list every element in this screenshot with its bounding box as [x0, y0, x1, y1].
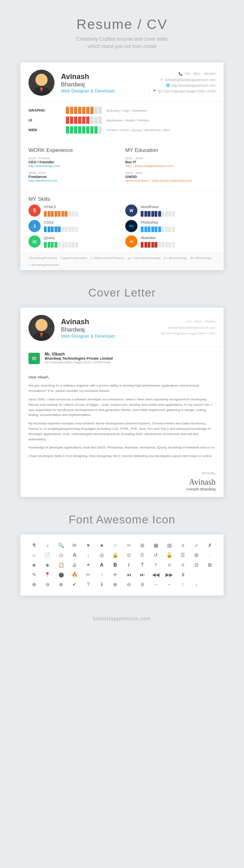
web-label: WEB: [28, 128, 61, 132]
icon-arrow-down: ↓: [191, 581, 202, 588]
icon-align-right: ≡: [177, 561, 188, 569]
resume-card: Avinash Bhardwaj Web Designer & Develope…: [20, 62, 224, 270]
cover-role: Web Designer & Developer: [61, 334, 161, 338]
icon-fast-fwd: ⏭: [137, 571, 148, 578]
icon-bars: ☰: [177, 552, 188, 559]
edu-item-0: 2011 - 2014 Bsc IT VBU - www.vinayakamis…: [125, 156, 216, 168]
to-details: Mr. Vikash Bhardwaj Technologies Private…: [45, 352, 113, 364]
icon-plus-c: ⊕: [28, 581, 39, 588]
icon-forward: ▶▶: [164, 571, 175, 578]
icon-check: ✓: [191, 542, 202, 549]
icon-heart: ♥: [83, 542, 94, 549]
icon-tag: ◈: [28, 561, 39, 569]
contact-block: 📞+91 - 9811 - 084343 ✉avinash@bootstrapp…: [152, 71, 216, 94]
ui-row: UI Application / Mobile / Website: [28, 116, 216, 124]
icon-print: 🖨: [69, 561, 80, 569]
cover-avatar: [28, 315, 54, 341]
icon-fire: 🔥: [69, 571, 80, 578]
jquery-bars: [44, 242, 78, 248]
icon-rewind: ◀◀: [150, 571, 161, 578]
photoshop-icon: Ps: [125, 220, 137, 232]
icon-text-i: I: [123, 561, 134, 569]
icon-text-b: B: [110, 561, 121, 569]
work-header: WORK Experience: [28, 147, 119, 153]
email-icon: ✉: [160, 77, 163, 83]
social-bootstrap: t / @BootstrapPremium: [91, 256, 124, 260]
my-skills-header: MY Skills: [20, 192, 224, 204]
font-awesome-title: Font Awesome Icon: [69, 513, 175, 526]
resume-header: Avinash Bhardwaj Web Designer & Develope…: [20, 62, 224, 102]
icon-up: ↑: [96, 571, 107, 578]
social-linkedin: in / @bhardwaj1: [163, 256, 187, 260]
wordpress-icon: W: [125, 204, 137, 217]
icon-edit: ✏: [83, 571, 94, 578]
education-header: MY Education: [125, 147, 216, 153]
graphic-label: GRAPHIC: [28, 108, 61, 112]
icon-dot: ·: [205, 552, 216, 559]
icon-star: ★: [96, 542, 107, 549]
social-footer: / BootstrapPremium f /gaytricorporation …: [20, 253, 224, 270]
graphic-row: GRAPHIC Branding / Logo / Illustration: [28, 107, 216, 114]
icon-empty3: [205, 581, 216, 588]
skills-overview: GRAPHIC Branding / Logo / Illustration U…: [20, 102, 224, 141]
edu-item-1: 2010 - 2011 GWDD Arena Animation - www.a…: [125, 171, 216, 182]
icon-star-empty: ☆: [110, 542, 121, 549]
icon-align-left: ≡: [164, 561, 175, 569]
web-row: WEB HTML5 / CSS3 / JQuery / WordPress / …: [28, 126, 216, 134]
ui-bar: [66, 116, 102, 124]
icon-table: ▦: [150, 542, 161, 549]
icon-plus-sq: ✛: [110, 571, 121, 578]
cover-letter-card: Avinash Bhardwaj Web Designer & Develope…: [20, 308, 224, 497]
icon-tags: ◈: [42, 561, 53, 569]
icon-times-c: ⊗: [56, 581, 67, 588]
icon-fast-back: ⏮: [123, 571, 134, 578]
graphic-desc: Branding / Logo / Illustration: [107, 109, 147, 112]
icon-col2: ⊠: [205, 561, 216, 569]
icon-ban: ⊘: [137, 581, 148, 588]
web-desc: HTML5 / CSS3 / JQuery / WordPress / SEO: [107, 128, 170, 132]
icon-circle-f: ⬤: [56, 571, 67, 578]
skill-photoshop: Ps Photoshop: [125, 220, 216, 232]
resume-name: Avinash: [61, 73, 152, 81]
education-col: MY Education 2011 - 2014 Bsc IT VBU - ww…: [125, 147, 216, 186]
icon-filter: ⚗: [28, 542, 39, 549]
icon-pause: ⏸: [177, 571, 188, 578]
css3-bars: [44, 226, 78, 232]
skill-jquery: jQ jQuery: [28, 235, 119, 248]
icon-menu: ≡: [177, 542, 188, 549]
html5-icon: 5: [28, 204, 41, 217]
icons-card: ⚗ ♪ 🔍 ✉ ♥ ★ ☆ ✂ ⊞ ▦ ▤ ≡ ✓ ✗ ⌂ 📄 ◷ A ↓ ◎ …: [20, 534, 224, 596]
skill-wordpress: W WordPress: [125, 204, 216, 217]
icon-circle: ⊙: [123, 552, 134, 559]
mail-icon: ✉: [28, 353, 40, 364]
icon-font: A: [69, 552, 80, 559]
web-bar: [66, 126, 102, 134]
icon-download: ↓: [83, 552, 94, 559]
icons-grid: ⚗ ♪ 🔍 ✉ ♥ ★ ☆ ✂ ⊞ ▦ ▤ ≡ ✓ ✗ ⌂ 📄 ◷ A ↓ ◎ …: [28, 542, 216, 588]
icon-plus-c2: ⊕: [110, 581, 121, 588]
icon-empty: [191, 571, 202, 578]
icon-envelope: ✉: [69, 542, 80, 549]
cover-name-block: Avinash Bhardwaj Web Designer & Develope…: [61, 318, 161, 338]
icon-text-a: A: [96, 561, 107, 569]
icon-minus-c: ⊖: [42, 581, 53, 588]
skill-illustrator: Ai Illustrator: [125, 235, 216, 248]
icon-arrow-right: →: [150, 581, 161, 588]
icon-pencil: ✎: [28, 571, 39, 578]
work-col: WORK Experience 2013 - Present CEO / Fou…: [28, 147, 119, 186]
wordpress-bars: [141, 211, 175, 217]
social-behance: Be /Bhardwaja: [190, 256, 211, 260]
graphic-bar: [66, 107, 102, 114]
icon-info: ℹ: [96, 581, 107, 588]
resume-role: Web Designer & Developer: [61, 88, 152, 93]
web-icon: 🌐: [166, 83, 170, 88]
icon-search: 🔍: [56, 542, 67, 549]
icon-clock: ◷: [56, 552, 67, 559]
icon-music: ♪: [42, 542, 53, 549]
resume-surname: Bhardwaj: [61, 81, 152, 88]
icon-book: 📋: [56, 561, 67, 569]
avatar: [28, 70, 54, 96]
illustrator-icon: Ai: [125, 235, 137, 248]
work-item-1: 2009 - 2012 Freelancer http://besttheme.…: [28, 171, 119, 182]
work-item-0: 2013 - Present CEO / Founder http://khan…: [28, 156, 119, 168]
